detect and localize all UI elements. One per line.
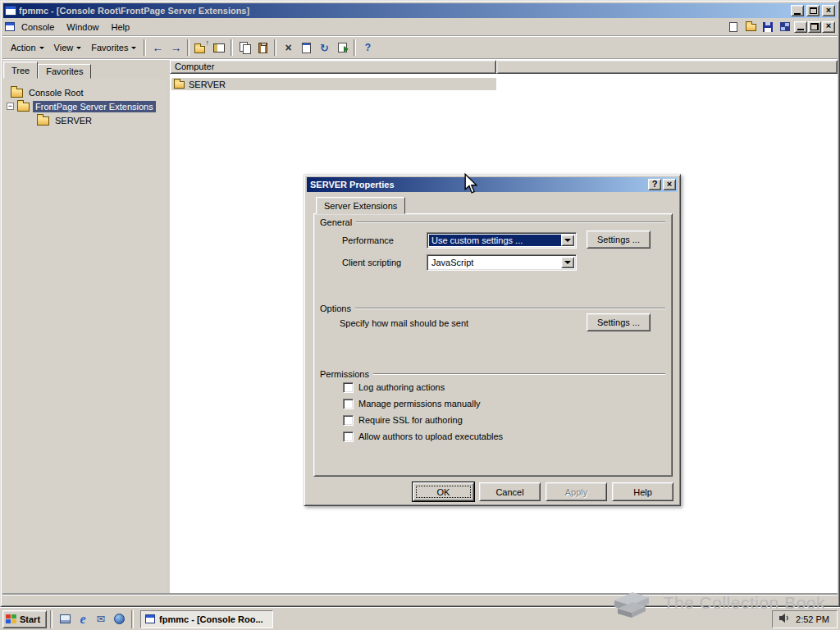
toolbar-separator xyxy=(231,39,233,56)
show-desktop-icon xyxy=(60,614,71,623)
dropdown-arrow-button[interactable] xyxy=(561,235,574,246)
ok-button[interactable]: OK xyxy=(413,482,474,501)
outlook-express-button[interactable]: ✉ xyxy=(92,610,110,628)
paste-button[interactable] xyxy=(253,39,272,57)
column-header-filler xyxy=(496,60,838,74)
checkbox-box[interactable] xyxy=(343,431,354,442)
copy-button[interactable] xyxy=(235,39,253,57)
collapse-icon[interactable]: − xyxy=(7,103,14,110)
show-hide-tree-button[interactable] xyxy=(210,39,228,57)
tree-item-frontpage-server-extensions[interactable]: − FrontPage Server Extensions xyxy=(2,99,167,113)
new-window-button[interactable] xyxy=(777,20,793,34)
list-item-server[interactable]: SERVER xyxy=(171,78,496,90)
child-close-button[interactable]: × xyxy=(822,21,835,33)
folder-icon xyxy=(11,89,23,98)
delete-button[interactable]: × xyxy=(279,39,297,57)
child-restore-button[interactable] xyxy=(808,21,821,33)
folder-icon xyxy=(174,81,185,89)
help-button[interactable]: ? xyxy=(358,39,377,57)
chevron-down-icon xyxy=(564,239,571,245)
menu-help[interactable]: Help xyxy=(105,21,135,34)
group-general: General xyxy=(320,217,665,227)
dropdown-arrow-button[interactable] xyxy=(561,257,574,268)
checkbox-box[interactable] xyxy=(343,399,354,409)
window-title: fpmmc - [Console Root\FrontPage Server E… xyxy=(19,6,788,16)
open-console-button[interactable] xyxy=(742,20,759,34)
tree-item-server[interactable]: SERVER xyxy=(2,113,167,127)
window-grid-icon xyxy=(780,22,790,31)
dialog-titlebar[interactable]: SERVER Properties ? × xyxy=(307,177,678,192)
app-icon xyxy=(5,6,16,16)
windows-logo-icon xyxy=(6,614,16,623)
dropdown-arrow-icon xyxy=(131,47,136,52)
internet-explorer-icon: e xyxy=(80,613,86,626)
column-header-computer[interactable]: Computer xyxy=(170,60,496,74)
checkbox-box[interactable] xyxy=(343,382,354,393)
volume-button[interactable] xyxy=(778,613,791,625)
checkbox-box[interactable] xyxy=(343,415,354,426)
menu-window[interactable]: Window xyxy=(61,21,104,34)
dropdown-arrow-icon xyxy=(76,47,81,52)
performance-combobox[interactable]: Use custom settings ... xyxy=(427,232,577,249)
mail-settings-button[interactable]: Settings ... xyxy=(587,313,651,331)
help-icon: ? xyxy=(365,42,371,53)
child-window-icon xyxy=(5,22,15,31)
dialog-context-help-button[interactable]: ? xyxy=(648,179,661,190)
dialog-help-button[interactable]: Help xyxy=(612,482,673,501)
tab-tree[interactable]: Tree xyxy=(3,62,38,79)
client-scripting-label: Client scripting xyxy=(342,258,401,267)
tree-item-console-root[interactable]: Console Root xyxy=(2,85,167,99)
desktop: fpmmc - [Console Root\FrontPage Server E… xyxy=(0,0,840,630)
checkbox-allow-authors-upload-executables[interactable]: Allow authors to upload executables xyxy=(343,431,503,442)
maximize-button[interactable] xyxy=(806,5,819,16)
action-toolbar: Action View Favorites ← → ↑ × ↻ ? xyxy=(3,37,837,58)
view-menu[interactable]: View xyxy=(49,40,87,55)
up-one-level-button[interactable]: ↑ xyxy=(192,39,210,57)
taskbar-clock: 2:52 PM xyxy=(796,614,829,624)
favorites-menu[interactable]: Favorites xyxy=(86,40,141,55)
checkbox-manage-permissions-manually[interactable]: Manage permissions manually xyxy=(343,398,481,409)
speaker-icon xyxy=(778,613,791,623)
start-button[interactable]: Start xyxy=(2,610,47,628)
forward-button[interactable]: → xyxy=(167,39,185,57)
window-titlebar[interactable]: fpmmc - [Console Root\FrontPage Server E… xyxy=(3,3,837,18)
show-desktop-button[interactable] xyxy=(56,610,74,628)
menu-console[interactable]: Console xyxy=(16,21,60,34)
taskbar-separator xyxy=(131,610,134,628)
refresh-button[interactable]: ↻ xyxy=(315,39,333,57)
client-scripting-combobox[interactable]: JavaScript xyxy=(427,254,577,271)
scope-pane: Tree Favorites Console Root − FrontPage … xyxy=(2,60,167,595)
action-menu[interactable]: Action xyxy=(6,40,49,55)
child-minimize-button[interactable] xyxy=(794,21,807,33)
toolbar-separator xyxy=(354,39,356,56)
dropdown-arrow-icon xyxy=(39,47,44,52)
chevron-down-icon xyxy=(564,261,571,267)
dialog-title: SERVER Properties xyxy=(308,180,646,189)
status-bar xyxy=(2,595,838,605)
checkbox-log-authoring-actions[interactable]: Log authoring actions xyxy=(343,381,445,393)
dialog-close-button[interactable]: × xyxy=(663,179,676,190)
internet-explorer-button[interactable]: e xyxy=(74,610,92,628)
properties-button[interactable] xyxy=(297,39,315,57)
tab-server-extensions[interactable]: Server Extensions xyxy=(316,197,405,214)
forward-icon: → xyxy=(170,41,181,54)
internet-globe-button[interactable] xyxy=(110,610,128,628)
cancel-button[interactable]: Cancel xyxy=(479,482,541,501)
export-list-button[interactable] xyxy=(333,39,351,57)
checkbox-require-ssl-for-authoring[interactable]: Require SSL for authoring xyxy=(343,414,463,426)
taskbar-separator xyxy=(50,610,52,628)
save-console-button[interactable] xyxy=(760,20,776,34)
new-console-button[interactable] xyxy=(725,20,742,34)
taskbar-button-fpmmc[interactable]: fpmmc - [Console Roo... xyxy=(140,610,273,628)
group-permissions: Permissions xyxy=(320,368,665,379)
tab-favorites[interactable]: Favorites xyxy=(38,64,91,79)
open-folder-icon xyxy=(746,24,756,31)
server-properties-dialog: SERVER Properties ? × Server Extensions … xyxy=(304,174,681,506)
console-tree: Console Root − FrontPage Server Extensio… xyxy=(2,79,167,595)
minimize-button[interactable] xyxy=(791,5,804,16)
close-button[interactable]: × xyxy=(822,5,835,16)
back-button[interactable]: ← xyxy=(148,39,167,57)
apply-button[interactable]: Apply xyxy=(546,482,607,501)
performance-settings-button[interactable]: Settings ... xyxy=(587,231,651,249)
export-list-icon xyxy=(338,43,347,52)
